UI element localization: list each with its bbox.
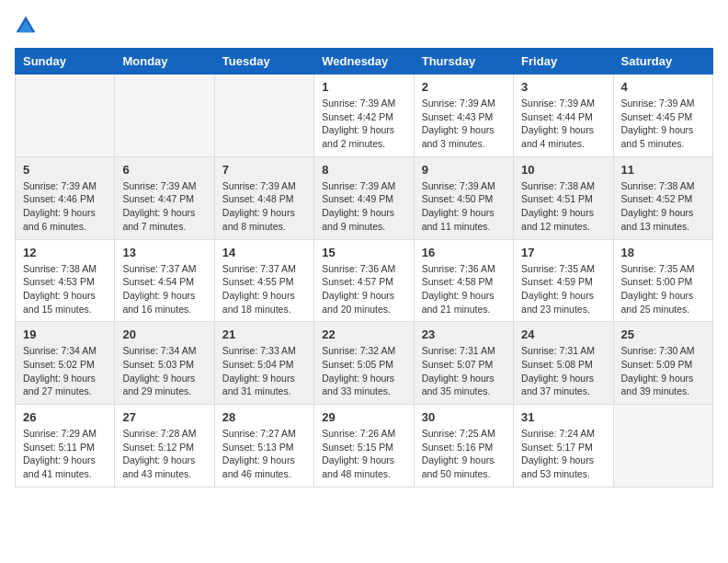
day-number: 16 [422, 246, 506, 259]
day-info: Sunrise: 7:38 AM Sunset: 4:52 PM Dayligh… [621, 179, 705, 234]
day-info: Sunrise: 7:31 AM Sunset: 5:08 PM Dayligh… [521, 344, 605, 398]
day-info: Sunrise: 7:34 AM Sunset: 5:02 PM Dayligh… [23, 344, 107, 398]
logo [15, 15, 40, 37]
calendar-cell: 17Sunrise: 7:35 AM Sunset: 4:59 PM Dayli… [514, 239, 613, 322]
calendar-cell: 22Sunrise: 7:32 AM Sunset: 5:05 PM Dayli… [314, 322, 414, 405]
day-info: Sunrise: 7:35 AM Sunset: 4:59 PM Dayligh… [521, 262, 605, 316]
calendar-cell: 7Sunrise: 7:39 AM Sunset: 4:48 PM Daylig… [214, 156, 313, 239]
calendar-cell: 8Sunrise: 7:39 AM Sunset: 4:49 PM Daylig… [314, 156, 414, 239]
day-info: Sunrise: 7:28 AM Sunset: 5:12 PM Dayligh… [122, 427, 206, 481]
calendar-cell: 9Sunrise: 7:39 AM Sunset: 4:50 PM Daylig… [414, 156, 513, 239]
calendar-cell: 31Sunrise: 7:24 AM Sunset: 5:17 PM Dayli… [514, 405, 613, 488]
calendar-cell: 26Sunrise: 7:29 AM Sunset: 5:11 PM Dayli… [16, 405, 115, 488]
day-number: 1 [322, 80, 405, 94]
day-number: 12 [23, 246, 107, 259]
day-info: Sunrise: 7:37 AM Sunset: 4:54 PM Dayligh… [122, 262, 206, 316]
calendar-cell: 18Sunrise: 7:35 AM Sunset: 5:00 PM Dayli… [613, 239, 712, 322]
day-info: Sunrise: 7:36 AM Sunset: 4:57 PM Dayligh… [322, 262, 405, 316]
weekday-header-wednesday: Wednesday [314, 49, 414, 75]
day-number: 29 [322, 410, 405, 424]
day-info: Sunrise: 7:31 AM Sunset: 5:07 PM Dayligh… [422, 344, 506, 398]
day-number: 22 [322, 327, 405, 341]
calendar-cell [115, 75, 214, 157]
day-number: 11 [621, 163, 705, 177]
calendar-table: SundayMondayTuesdayWednesdayThursdayFrid… [15, 48, 713, 488]
calendar-cell: 24Sunrise: 7:31 AM Sunset: 5:08 PM Dayli… [514, 322, 613, 405]
day-info: Sunrise: 7:27 AM Sunset: 5:13 PM Dayligh… [222, 427, 306, 481]
week-row-4: 19Sunrise: 7:34 AM Sunset: 5:02 PM Dayli… [16, 322, 713, 405]
day-number: 5 [23, 163, 107, 177]
day-number: 31 [521, 410, 605, 424]
day-number: 4 [621, 80, 705, 94]
day-number: 17 [521, 246, 605, 259]
day-info: Sunrise: 7:38 AM Sunset: 4:53 PM Dayligh… [23, 262, 107, 316]
day-number: 27 [122, 410, 206, 424]
day-info: Sunrise: 7:39 AM Sunset: 4:46 PM Dayligh… [23, 179, 107, 234]
calendar-cell: 16Sunrise: 7:36 AM Sunset: 4:58 PM Dayli… [414, 239, 513, 322]
day-number: 15 [322, 246, 405, 259]
page-header [15, 15, 713, 37]
calendar-cell [214, 75, 313, 157]
day-number: 8 [322, 163, 405, 177]
day-number: 6 [122, 163, 206, 177]
weekday-header-tuesday: Tuesday [214, 49, 313, 75]
day-info: Sunrise: 7:30 AM Sunset: 5:09 PM Dayligh… [621, 344, 705, 398]
day-number: 19 [23, 327, 107, 341]
calendar-cell: 10Sunrise: 7:38 AM Sunset: 4:51 PM Dayli… [514, 156, 613, 239]
day-number: 7 [222, 163, 306, 177]
day-info: Sunrise: 7:39 AM Sunset: 4:42 PM Dayligh… [322, 97, 405, 151]
day-number: 26 [23, 410, 107, 424]
day-number: 23 [422, 327, 506, 341]
weekday-header-monday: Monday [115, 49, 214, 75]
day-number: 21 [222, 327, 306, 341]
calendar-cell: 19Sunrise: 7:34 AM Sunset: 5:02 PM Dayli… [16, 322, 115, 405]
day-number: 18 [621, 246, 705, 259]
day-info: Sunrise: 7:39 AM Sunset: 4:47 PM Dayligh… [122, 179, 206, 234]
calendar-cell: 25Sunrise: 7:30 AM Sunset: 5:09 PM Dayli… [613, 322, 712, 405]
day-number: 30 [422, 410, 506, 424]
day-info: Sunrise: 7:24 AM Sunset: 5:17 PM Dayligh… [521, 427, 605, 481]
calendar-cell: 14Sunrise: 7:37 AM Sunset: 4:55 PM Dayli… [214, 239, 313, 322]
weekday-header-saturday: Saturday [613, 49, 712, 75]
calendar-cell: 1Sunrise: 7:39 AM Sunset: 4:42 PM Daylig… [314, 75, 414, 157]
calendar-cell: 12Sunrise: 7:38 AM Sunset: 4:53 PM Dayli… [16, 239, 115, 322]
weekday-header-row: SundayMondayTuesdayWednesdayThursdayFrid… [16, 49, 713, 75]
day-info: Sunrise: 7:37 AM Sunset: 4:55 PM Dayligh… [222, 262, 306, 316]
day-info: Sunrise: 7:34 AM Sunset: 5:03 PM Dayligh… [122, 344, 206, 398]
week-row-3: 12Sunrise: 7:38 AM Sunset: 4:53 PM Dayli… [16, 239, 713, 322]
weekday-header-thursday: Thursday [414, 49, 513, 75]
calendar-cell: 23Sunrise: 7:31 AM Sunset: 5:07 PM Dayli… [414, 322, 513, 405]
day-info: Sunrise: 7:39 AM Sunset: 4:45 PM Dayligh… [621, 97, 705, 151]
week-row-2: 5Sunrise: 7:39 AM Sunset: 4:46 PM Daylig… [16, 156, 713, 239]
day-info: Sunrise: 7:35 AM Sunset: 5:00 PM Dayligh… [621, 262, 705, 316]
day-number: 2 [422, 80, 506, 94]
day-info: Sunrise: 7:39 AM Sunset: 4:44 PM Dayligh… [521, 97, 605, 151]
day-number: 10 [521, 163, 605, 177]
calendar-cell: 2Sunrise: 7:39 AM Sunset: 4:43 PM Daylig… [414, 75, 513, 157]
day-number: 20 [122, 327, 206, 341]
day-number: 28 [222, 410, 306, 424]
day-number: 3 [521, 80, 605, 94]
calendar-cell: 21Sunrise: 7:33 AM Sunset: 5:04 PM Dayli… [214, 322, 313, 405]
calendar-cell [613, 405, 712, 488]
week-row-1: 1Sunrise: 7:39 AM Sunset: 4:42 PM Daylig… [16, 75, 713, 157]
weekday-header-sunday: Sunday [16, 49, 115, 75]
day-number: 25 [621, 327, 705, 341]
day-info: Sunrise: 7:36 AM Sunset: 4:58 PM Dayligh… [422, 262, 506, 316]
calendar-cell: 30Sunrise: 7:25 AM Sunset: 5:16 PM Dayli… [414, 405, 513, 488]
day-number: 14 [222, 246, 306, 259]
day-number: 9 [422, 163, 506, 177]
calendar-cell: 3Sunrise: 7:39 AM Sunset: 4:44 PM Daylig… [514, 75, 613, 157]
calendar-cell: 13Sunrise: 7:37 AM Sunset: 4:54 PM Dayli… [115, 239, 214, 322]
week-row-5: 26Sunrise: 7:29 AM Sunset: 5:11 PM Dayli… [16, 405, 713, 488]
calendar-cell: 20Sunrise: 7:34 AM Sunset: 5:03 PM Dayli… [115, 322, 214, 405]
calendar-cell: 27Sunrise: 7:28 AM Sunset: 5:12 PM Dayli… [115, 405, 214, 488]
day-info: Sunrise: 7:39 AM Sunset: 4:49 PM Dayligh… [322, 179, 405, 234]
weekday-header-friday: Friday [514, 49, 613, 75]
calendar-cell: 11Sunrise: 7:38 AM Sunset: 4:52 PM Dayli… [613, 156, 712, 239]
day-info: Sunrise: 7:39 AM Sunset: 4:48 PM Dayligh… [222, 179, 306, 234]
calendar-cell: 28Sunrise: 7:27 AM Sunset: 5:13 PM Dayli… [214, 405, 313, 488]
day-number: 24 [521, 327, 605, 341]
calendar-cell: 6Sunrise: 7:39 AM Sunset: 4:47 PM Daylig… [115, 156, 214, 239]
day-info: Sunrise: 7:32 AM Sunset: 5:05 PM Dayligh… [322, 344, 405, 398]
